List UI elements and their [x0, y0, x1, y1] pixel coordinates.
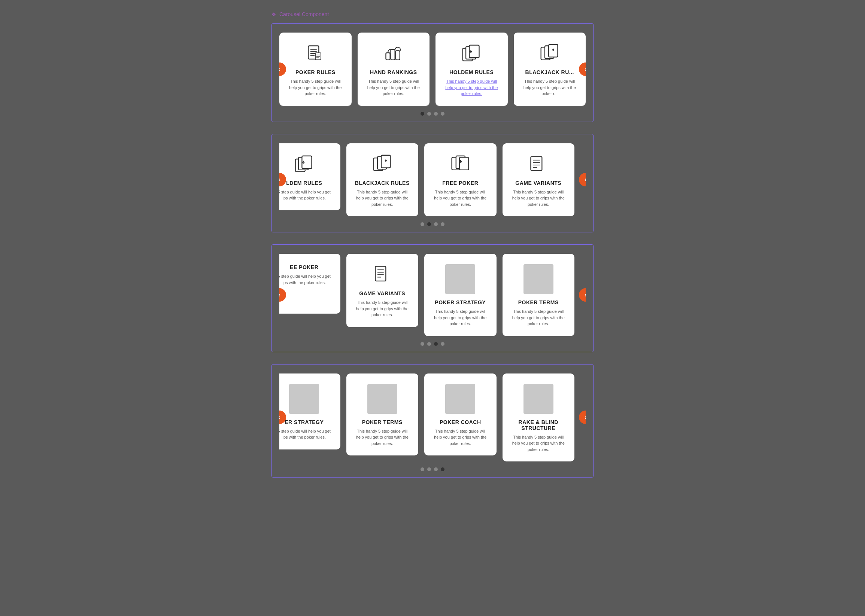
hand-icon [383, 43, 404, 64]
carousel-track: EE POKER5 step guide will help you get i… [279, 254, 586, 336]
list2-icon [528, 154, 549, 175]
dot-1[interactable] [427, 342, 431, 346]
card-wrapper: GAME VARIANTSThis handy 5 step guide wil… [347, 254, 419, 336]
card-desc: This handy 5 step guide will help you ge… [365, 78, 422, 97]
card-title: GAME VARIANTS [359, 291, 405, 296]
chevron-left-icon: ‹ [279, 66, 280, 72]
card-wrapper: GAME VARIANTSThis handy 5 step guide wil… [503, 143, 575, 217]
card-poker-terms: POKER TERMSThis handy 5 step guide will … [503, 254, 575, 336]
card-poker-terms-2: POKER TERMSThis handy 5 step guide will … [347, 374, 419, 456]
card-title: GAME VARIANTS [515, 180, 561, 186]
cards3-icon: ♣ [450, 154, 471, 175]
card-desc: 5 step guide will help you get ips with … [279, 273, 333, 286]
card-title: FREE POKER [442, 180, 478, 186]
dot-2[interactable] [434, 342, 438, 346]
dot-2[interactable] [434, 467, 438, 471]
card-desc: This handy 5 step guide will help you ge… [432, 308, 489, 327]
page-container: Carousel Component ‹ POKER RULESThis han… [264, 8, 601, 493]
cards-icon: ♠ [293, 154, 315, 175]
svg-rect-32 [531, 156, 542, 170]
card-game-variants: GAME VARIANTSThis handy 5 step guide wil… [503, 143, 575, 217]
card-hand-rankings: HAND RANKINGSThis handy 5 step guide wil… [358, 33, 430, 106]
card-wrapper: ♠ HOLDEM RULESThis handy 5 step guide wi… [435, 33, 508, 106]
chevron-left-icon: ‹ [279, 414, 280, 421]
card-title: HAND RANKINGS [370, 69, 417, 75]
svg-rect-10 [391, 49, 395, 60]
svg-rect-9 [386, 53, 390, 60]
chevron-right-icon: › [585, 176, 586, 183]
card-wrapper: ♦ BLACKJACK RULESThis handy 5 step guide… [347, 143, 419, 217]
chevron-right-icon: › [585, 414, 586, 421]
card-title: LDEM RULES [286, 180, 322, 186]
dot-3[interactable] [441, 467, 444, 471]
card-title: BLACKJACK RU... [525, 69, 574, 75]
svg-text:♠: ♠ [470, 48, 472, 54]
card-desc: This handy 5 step guide will help you ge… [510, 189, 567, 208]
carousels-root: ‹ POKER RULESThis handy 5 step guide wil… [271, 23, 594, 478]
card-blackjack-rules-1: ♦ BLACKJACK RU...This handy 5 step guide… [514, 33, 586, 106]
card-wrapper: HAND RANKINGSThis handy 5 step guide wil… [358, 33, 430, 106]
card-wrapper: POKER RULESThis handy 5 step guide will … [279, 33, 351, 106]
cards-icon: ♠ [461, 43, 482, 64]
card-desc: This handy 5 step guide will help you ge… [354, 189, 411, 208]
svg-text:♠: ♠ [302, 159, 305, 165]
carousel-section-carousel-3: ‹EE POKER5 step guide will help you get … [271, 244, 594, 352]
carousel-dots [279, 342, 586, 346]
dot-0[interactable] [421, 467, 424, 471]
svg-text:♦: ♦ [384, 157, 387, 163]
dot-0[interactable] [421, 222, 424, 226]
card-title: POKER STRATEGY [435, 299, 486, 305]
card-desc: This handy 5 step guide will help you ge… [510, 434, 567, 453]
card-wrapper: POKER STRATEGYThis handy 5 step guide wi… [424, 254, 496, 336]
card-free-poker-2: EE POKER5 step guide will help you get i… [279, 254, 340, 314]
card-desc: 5 step guide will help you get ips with … [279, 428, 333, 440]
carousel-wrapper: ‹ ♠ LDEM RULES5 step guide will help you… [279, 143, 586, 217]
carousel-section-carousel-1: ‹ POKER RULESThis handy 5 step guide wil… [271, 23, 594, 122]
card-desc: 5 step guide will help you get ips with … [279, 189, 333, 201]
card-title: POKER TERMS [518, 299, 559, 305]
card-title: POKER COACH [440, 419, 481, 425]
card-desc: This handy 5 step guide will help you ge… [287, 78, 344, 97]
card-title: HOLDEM RULES [449, 69, 493, 75]
dot-2[interactable] [434, 112, 438, 116]
card-blackjack-rules-2: ♦ BLACKJACK RULESThis handy 5 step guide… [347, 143, 419, 217]
card-wrapper: EE POKER5 step guide will help you get i… [279, 254, 340, 336]
carousel-wrapper: ‹ER STRATEGY5 step guide will help you g… [279, 374, 586, 462]
dot-0[interactable] [421, 112, 424, 116]
card-desc: This handy 5 step guide will help you ge… [432, 189, 489, 208]
dot-3[interactable] [441, 112, 444, 116]
dot-1[interactable] [427, 112, 431, 116]
svg-rect-11 [395, 51, 400, 60]
svg-rect-37 [375, 266, 386, 281]
card-desc: This handy 5 step guide will help you ge… [354, 299, 411, 318]
card-poker-strategy-2: ER STRATEGY5 step guide will help you ge… [279, 374, 340, 449]
card-image-placeholder [523, 384, 553, 414]
card-desc: This handy 5 step guide will help you ge… [432, 428, 489, 447]
carousel-section-carousel-2: ‹ ♠ LDEM RULES5 step guide will help you… [271, 134, 594, 233]
card-rake-blind: RAKE & BLIND STRUCTUREThis handy 5 step … [503, 374, 575, 462]
dot-1[interactable] [427, 222, 431, 226]
dot-0[interactable] [421, 342, 424, 346]
dot-3[interactable] [441, 342, 444, 346]
card-title: ER STRATEGY [285, 419, 323, 425]
dot-2[interactable] [434, 222, 438, 226]
list3-icon [372, 264, 393, 285]
carousel-dots [279, 222, 586, 226]
component-label-text: Carousel Component [279, 11, 329, 17]
card-wrapper: ♠ LDEM RULES5 step guide will help you g… [279, 143, 340, 217]
card-desc: This handy 5 step guide will help you ge… [521, 78, 578, 97]
card-title: RAKE & BLIND STRUCTURE [510, 419, 567, 431]
chevron-left-icon: ‹ [279, 292, 280, 298]
card-image-placeholder [289, 384, 319, 414]
cards2-icon: ♦ [372, 154, 393, 175]
dot-3[interactable] [441, 222, 444, 226]
card-wrapper: ER STRATEGY5 step guide will help you ge… [279, 374, 340, 462]
card-title: POKER TERMS [362, 419, 403, 425]
card-image-placeholder [445, 384, 475, 414]
card-desc: This handy 5 step guide will help you ge… [354, 428, 411, 447]
card-game-variants-2: GAME VARIANTSThis handy 5 step guide wil… [347, 254, 419, 327]
carousel-track: ♠ LDEM RULES5 step guide will help you g… [279, 143, 586, 217]
dot-1[interactable] [427, 467, 431, 471]
carousel-wrapper: ‹ POKER RULESThis handy 5 step guide wil… [279, 33, 586, 106]
card-wrapper: POKER TERMSThis handy 5 step guide will … [503, 254, 575, 336]
